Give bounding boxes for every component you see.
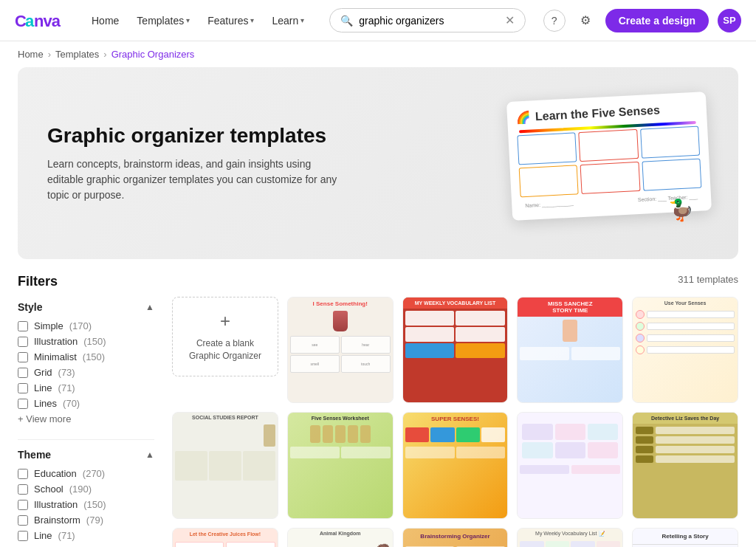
svg-text:nva: nva <box>34 12 61 30</box>
filter-school[interactable]: School (190) <box>18 484 154 495</box>
create-design-button[interactable]: Create a design <box>605 9 709 32</box>
nav-features[interactable]: Features ▾ <box>200 10 261 31</box>
template-thumbnail: Use Your Senses <box>633 297 738 402</box>
hero-duck: 🦆 <box>668 198 694 222</box>
template-thumbnail: Retelling a Story <box>633 529 738 547</box>
search-clear-icon[interactable]: ✕ <box>505 13 515 27</box>
filters-title: Filters <box>18 274 154 289</box>
search-icon: 🔍 <box>340 15 353 27</box>
template-card[interactable]: I Sense Something! see hear smell touch … <box>287 297 394 403</box>
content-header: 311 templates <box>172 274 738 285</box>
filter-simple[interactable]: Simple (170) <box>18 320 154 331</box>
template-label <box>518 518 622 519</box>
blank-card-label: Create a blank Graphic Organizer <box>185 337 266 362</box>
template-label: Miss Sanchez Story Time <box>518 402 622 403</box>
nav-links: Home Templates ▾ Features ▾ Learn ▾ <box>84 10 312 31</box>
theme-section-header[interactable]: Theme ▲ <box>18 449 154 461</box>
template-thumbnail: Brainstorming Organizer <box>403 529 508 547</box>
page-title: Graphic organizer templates <box>47 124 343 148</box>
template-label: Super Senses! <box>403 518 508 519</box>
breadcrumb-current: Graphic Organizers <box>111 49 195 60</box>
breadcrumb-templates[interactable]: Templates <box>55 49 99 60</box>
logo[interactable]: C a nva <box>15 12 66 30</box>
hero-card-title: 🌈 Learn the Five Senses <box>516 101 698 125</box>
style-section-header[interactable]: Style ▲ <box>18 301 154 313</box>
filter-grid[interactable]: Grid (73) <box>18 367 154 378</box>
template-thumbnail: MISS SANCHEZSTORY TIME <box>518 297 622 402</box>
template-card[interactable]: Retelling a Story Retelling a Story <box>632 528 738 547</box>
filter-illustration[interactable]: Illustration (150) <box>18 336 154 347</box>
filter-lines[interactable]: Lines (70) <box>18 398 154 409</box>
filter-line[interactable]: Line (71) <box>18 382 154 393</box>
chevron-down-icon: ▾ <box>250 16 254 24</box>
template-label: Detective Liz Saves the Day <box>633 518 738 519</box>
template-card[interactable]: Brainstorming Organizer Brainstorming Or… <box>402 528 509 547</box>
filter-brainstorm-checkbox[interactable] <box>18 515 28 526</box>
sidebar: Filters Style ▲ Simple (170) Illustratio… <box>18 274 154 547</box>
template-card[interactable]: Let the Creative Juices Flow! Let the Cr… <box>172 528 278 547</box>
template-card[interactable]: SUPER SENSES! Super Senses! <box>402 412 509 518</box>
filter-grid-checkbox[interactable] <box>18 368 28 378</box>
filter-illustration-theme[interactable]: Illustration (150) <box>18 499 154 510</box>
filter-line-checkbox[interactable] <box>18 383 28 393</box>
avatar[interactable]: SP <box>718 9 741 32</box>
template-card[interactable]: My Weekly Vocabulary List 📝 My Weekly Vo… <box>517 528 623 547</box>
filter-simple-checkbox[interactable] <box>18 321 28 331</box>
hero-card-cell <box>517 132 577 165</box>
settings-button[interactable]: ⚙ <box>574 10 597 32</box>
template-card[interactable]: Animal Kingdom 🦔 Animal Kingdom <box>287 528 394 547</box>
template-card[interactable]: MISS SANCHEZSTORY TIME Miss Sanchez Stor… <box>517 297 623 403</box>
filter-minimalist[interactable]: Minimalist (150) <box>18 351 154 362</box>
filter-illustration-theme-checkbox[interactable] <box>18 500 28 510</box>
filter-brainstorm[interactable]: Brainstorm (79) <box>18 515 154 526</box>
style-options: Simple (170) Illustration (150) Minimali… <box>18 320 154 424</box>
template-card[interactable] <box>517 412 623 518</box>
template-count: 311 templates <box>678 274 738 285</box>
filter-illustration-checkbox[interactable] <box>18 337 28 347</box>
nav-learn[interactable]: Learn ▾ <box>264 10 312 31</box>
main-layout: Filters Style ▲ Simple (170) Illustratio… <box>0 259 756 547</box>
chevron-down-icon: ▾ <box>300 16 304 24</box>
help-button[interactable]: ? <box>543 10 566 32</box>
template-card[interactable]: Five Senses Worksheet Five Senses Worksh… <box>287 412 394 518</box>
filter-education-checkbox[interactable] <box>18 469 28 479</box>
filter-education[interactable]: Education (270) <box>18 468 154 479</box>
style-filter-section: Style ▲ Simple (170) Illustration (150) … <box>18 301 154 424</box>
filter-minimalist-checkbox[interactable] <box>18 352 28 362</box>
template-card[interactable]: Use Your Senses <box>632 297 738 403</box>
theme-collapse-icon: ▲ <box>145 450 154 460</box>
breadcrumb: Home › Templates › Graphic Organizers <box>0 41 756 67</box>
template-thumbnail: I Sense Something! see hear smell touch <box>288 297 393 402</box>
filter-lines-checkbox[interactable] <box>18 399 28 409</box>
hero-card-cell <box>579 129 639 162</box>
hero-card-cell <box>580 162 640 194</box>
nav-right: ? ⚙ Create a design SP <box>543 9 741 32</box>
plus-icon: + <box>220 311 230 331</box>
hero-image: 🌈 Learn the Five Senses Name: __________… <box>487 97 709 230</box>
style-collapse-icon: ▲ <box>145 302 154 312</box>
blank-template-card[interactable]: + Create a blank Graphic Organizer <box>172 297 278 376</box>
breadcrumb-sep2: › <box>103 49 106 60</box>
template-card[interactable]: SOCIAL STUDIES REPORT Social Studies Rep… <box>172 412 278 518</box>
template-card[interactable]: MY WEEKLY VOCABULARY LIST My Weekly Voca… <box>402 297 509 403</box>
nav-home[interactable]: Home <box>84 10 126 31</box>
hero-card-grid <box>517 126 701 198</box>
filter-line-theme[interactable]: Line (71) <box>18 530 154 541</box>
breadcrumb-sep: › <box>48 49 51 60</box>
template-label: My Weekly Vocabulary List <box>403 402 508 403</box>
hero-description: Learn concepts, brainstorm ideas, and ga… <box>47 156 343 203</box>
template-label: I Sense Something! <box>288 402 393 403</box>
template-card[interactable]: Detective Liz Saves the Day <box>632 412 738 518</box>
template-label: Social Studies Report <box>173 518 278 519</box>
filter-line-theme-checkbox[interactable] <box>18 531 28 541</box>
template-thumbnail: Detective Liz Saves the Day <box>633 413 738 517</box>
template-thumbnail: MY WEEKLY VOCABULARY LIST <box>403 297 508 402</box>
template-label: Five Senses Worksheet <box>288 518 393 519</box>
search-input[interactable] <box>359 15 499 27</box>
nav-templates[interactable]: Templates ▾ <box>129 10 197 31</box>
view-more-style[interactable]: + View more <box>18 413 154 424</box>
search-bar: 🔍 ✕ <box>329 8 526 32</box>
template-thumbnail: SUPER SENSES! <box>403 413 508 517</box>
filter-school-checkbox[interactable] <box>18 484 28 495</box>
breadcrumb-home[interactable]: Home <box>18 49 44 60</box>
